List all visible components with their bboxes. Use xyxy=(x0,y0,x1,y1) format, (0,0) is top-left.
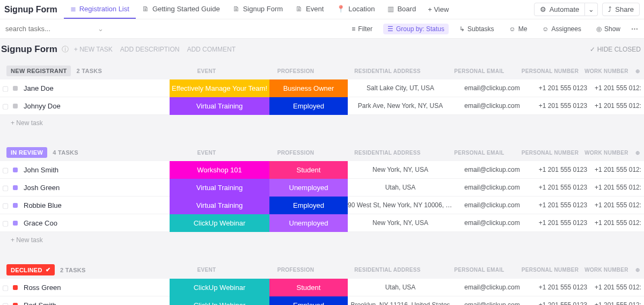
add-column-button[interactable]: ⊕ xyxy=(631,150,644,156)
work-number-cell[interactable]: +1 201 555 012: xyxy=(595,166,644,173)
personal-number-cell[interactable]: +1 201 555 0123 xyxy=(531,166,595,173)
address-cell[interactable]: Utah, USA xyxy=(348,184,453,191)
personal-number-cell[interactable]: +1 201 555 0123 xyxy=(531,84,595,92)
task-name[interactable]: Ross Green xyxy=(19,284,170,292)
automate-button[interactable]: ⚙Automate xyxy=(534,3,586,16)
task-name[interactable]: Johnyy Doe xyxy=(19,102,170,110)
email-cell[interactable]: email@clickup.com xyxy=(453,284,531,291)
filter-button[interactable]: ≡Filter xyxy=(347,24,377,34)
table-row[interactable]: ▢ Ross Green ClickUp Webinar Student Uta… xyxy=(0,279,644,296)
table-row[interactable]: ▢ Jane Doe Effectively Manage Your Team!… xyxy=(0,79,644,97)
tab-signup-form[interactable]: 🗎Signup Form xyxy=(226,0,289,19)
tab-location[interactable]: 📍Location xyxy=(330,0,381,19)
assignees-button[interactable]: ☺Assignees xyxy=(538,24,586,34)
row-select[interactable]: ▢ xyxy=(0,301,11,306)
email-cell[interactable]: email@clickup.com xyxy=(453,184,531,191)
work-number-cell[interactable]: +1 201 555 012: xyxy=(595,102,644,110)
tab-registration-list[interactable]: ≣Registration List xyxy=(64,0,136,19)
status-indicator[interactable] xyxy=(11,168,19,172)
profession-tag[interactable]: Employed xyxy=(269,197,348,214)
address-cell[interactable]: Utah, USA xyxy=(348,284,453,291)
row-select[interactable]: ▢ xyxy=(0,201,11,209)
show-button[interactable]: ◎Show xyxy=(592,24,625,34)
add-comment-button[interactable]: ADD COMMENT xyxy=(187,46,236,53)
work-number-cell[interactable]: +1 201 555 012: xyxy=(595,201,644,209)
email-cell[interactable]: email@clickup.com xyxy=(453,102,531,110)
status-indicator[interactable] xyxy=(11,185,19,190)
info-icon[interactable]: ⓘ xyxy=(62,45,69,54)
personal-number-cell[interactable]: +1 201 555 0123 xyxy=(531,201,595,209)
task-name[interactable]: Jane Doe xyxy=(19,84,170,92)
task-name[interactable]: Grace Coo xyxy=(19,219,170,227)
address-cell[interactable]: 90 West St, New York, NY 10006, U... xyxy=(348,201,453,209)
work-number-cell[interactable]: +1 201 555 012: xyxy=(595,301,644,305)
status-pill[interactable]: NEW REGISTRANT xyxy=(6,66,71,76)
profession-tag[interactable]: Student xyxy=(269,161,348,179)
task-name[interactable]: Robbie Blue xyxy=(19,201,170,209)
table-row[interactable]: ▢ Grace Coo ClickUp Webinar Unemployed N… xyxy=(0,214,644,232)
work-number-cell[interactable]: +1 201 555 012: xyxy=(595,84,644,92)
address-cell[interactable]: New York, NY, USA xyxy=(348,219,453,227)
table-row[interactable]: ▢ Johnyy Doe Virtual Training Employed P… xyxy=(0,97,644,115)
event-tag[interactable]: ClickUp Webinar xyxy=(170,296,269,306)
tab-getting-started-guide[interactable]: 🗎Getting Started Guide xyxy=(136,0,226,19)
more-menu[interactable]: ⋯ xyxy=(631,25,639,33)
table-row[interactable]: ▢ Robbie Blue Virtual Training Employed … xyxy=(0,197,644,214)
add-column-button[interactable]: ⊕ xyxy=(631,68,644,74)
event-tag[interactable]: Effectively Manage Your Team! xyxy=(170,79,269,97)
automate-caret[interactable]: ⌄ xyxy=(585,3,598,16)
table-row[interactable]: ▢ John Smith Workshop 101 Student New Yo… xyxy=(0,161,644,179)
email-cell[interactable]: email@clickup.com xyxy=(453,219,531,227)
me-button[interactable]: ☺Me xyxy=(504,24,531,34)
personal-number-cell[interactable]: +1 201 555 0123 xyxy=(531,184,595,191)
work-number-cell[interactable]: +1 201 555 012: xyxy=(595,219,644,227)
email-cell[interactable]: email@clickup.com xyxy=(453,201,531,209)
new-task-link[interactable]: + New task xyxy=(0,232,644,244)
personal-number-cell[interactable]: +1 201 555 0123 xyxy=(531,102,595,110)
work-number-cell[interactable]: +1 201 555 012: xyxy=(595,284,644,291)
profession-tag[interactable]: Unemployed xyxy=(269,214,348,232)
profession-tag[interactable]: Business Owner xyxy=(269,79,348,97)
search-input[interactable] xyxy=(5,25,96,33)
personal-number-cell[interactable]: +1 201 555 0123 xyxy=(531,219,595,227)
row-select[interactable]: ▢ xyxy=(0,102,11,110)
row-select[interactable]: ▢ xyxy=(0,284,11,292)
status-indicator[interactable] xyxy=(11,104,19,108)
row-select[interactable]: ▢ xyxy=(0,219,11,227)
task-name[interactable]: Josh Green xyxy=(19,184,170,192)
new-task-button[interactable]: + NEW TASK xyxy=(74,46,113,53)
tab-board[interactable]: ▥Board xyxy=(381,0,422,19)
task-name[interactable]: Red Smith xyxy=(19,301,170,306)
task-name[interactable]: John Smith xyxy=(19,166,170,174)
share-button[interactable]: ⤴Share xyxy=(602,3,640,16)
personal-number-cell[interactable]: +1 201 555 0123 xyxy=(531,284,595,291)
email-cell[interactable]: email@clickup.com xyxy=(453,301,531,305)
address-cell[interactable]: New York, NY, USA xyxy=(348,166,453,173)
row-select[interactable]: ▢ xyxy=(0,84,11,92)
profession-tag[interactable]: Student xyxy=(269,279,348,296)
status-indicator[interactable] xyxy=(11,203,19,208)
event-tag[interactable]: Virtual Training xyxy=(170,179,269,197)
status-indicator[interactable] xyxy=(11,221,19,226)
profession-tag[interactable]: Unemployed xyxy=(269,179,348,197)
event-tag[interactable]: Workshop 101 xyxy=(170,161,269,179)
status-indicator[interactable] xyxy=(11,303,19,306)
search-caret[interactable]: ⌄ xyxy=(98,25,104,33)
work-number-cell[interactable]: +1 201 555 012: xyxy=(595,184,644,191)
profession-tag[interactable]: Employed xyxy=(269,296,348,306)
add-column-button[interactable]: ⊕ xyxy=(631,267,644,273)
add-view-button[interactable]: + View xyxy=(422,5,454,13)
table-row[interactable]: ▢ Josh Green Virtual Training Unemployed… xyxy=(0,179,644,197)
email-cell[interactable]: email@clickup.com xyxy=(453,166,531,173)
status-pill[interactable]: IN REVIEW xyxy=(6,147,47,158)
address-cell[interactable]: Brooklyn, NY 11216, United States xyxy=(348,301,453,305)
table-row[interactable]: ▢ Red Smith ClickUp Webinar Employed Bro… xyxy=(0,296,644,305)
event-tag[interactable]: ClickUp Webinar xyxy=(170,279,269,296)
email-cell[interactable]: email@clickup.com xyxy=(453,84,531,92)
profession-tag[interactable]: Employed xyxy=(269,97,348,115)
row-select[interactable]: ▢ xyxy=(0,184,11,192)
hide-closed-button[interactable]: ✓HIDE CLOSED xyxy=(590,46,641,53)
subtasks-button[interactable]: ↳Subtasks xyxy=(455,24,498,34)
row-select[interactable]: ▢ xyxy=(0,166,11,174)
address-cell[interactable]: Salt Lake City, UT, USA xyxy=(348,84,453,92)
